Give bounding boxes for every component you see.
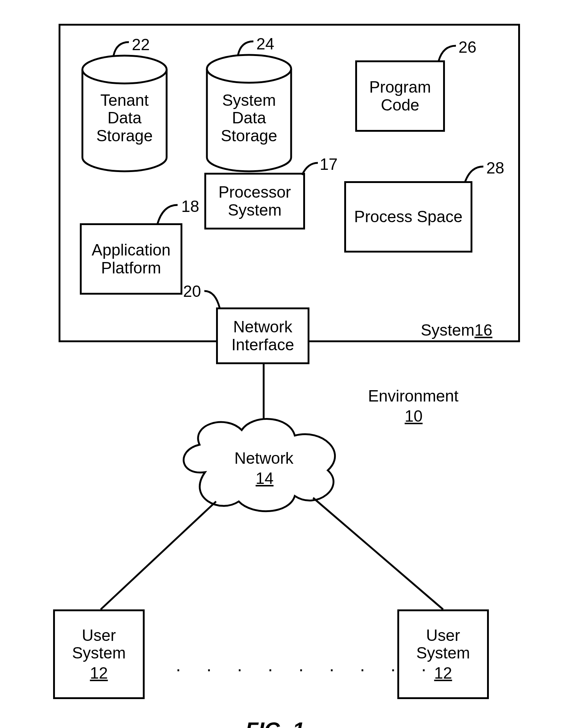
user-system-left-box: User System 12 [53, 609, 145, 699]
ellipsis-dots: . . . . . . . . . [176, 655, 374, 675]
user-system-left-label: User System [72, 627, 126, 662]
diagram-canvas: Tenant Data Storage 22 System Data Stora… [0, 0, 572, 728]
user-system-right-box: User System 12 [397, 609, 489, 699]
figure-caption: FIG. 1 [245, 717, 304, 728]
user-system-left-inner: User System 12 [72, 627, 126, 682]
ref-12-left: 12 [72, 664, 126, 682]
svg-line-3 [101, 501, 216, 609]
svg-line-4 [313, 498, 443, 609]
